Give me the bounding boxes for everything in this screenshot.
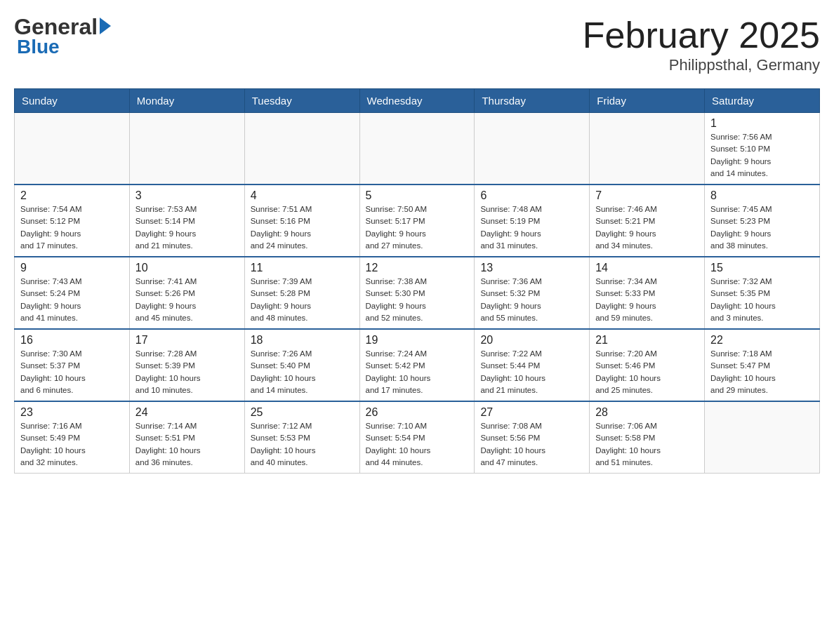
calendar-day-cell: 19Sunrise: 7:24 AM Sunset: 5:42 PM Dayli…	[359, 329, 475, 401]
calendar-day-cell: 5Sunrise: 7:50 AM Sunset: 5:17 PM Daylig…	[359, 185, 475, 257]
calendar-day-cell	[475, 113, 590, 185]
page-title: February 2025	[583, 14, 820, 56]
day-info: Sunrise: 7:50 AM Sunset: 5:17 PM Dayligh…	[366, 203, 469, 252]
calendar-day-cell: 22Sunrise: 7:18 AM Sunset: 5:47 PM Dayli…	[705, 329, 820, 401]
day-number: 1	[710, 117, 814, 130]
calendar-day-cell	[590, 113, 705, 185]
day-header-saturday: Saturday	[705, 89, 820, 113]
day-number: 23	[20, 406, 124, 419]
day-info: Sunrise: 7:16 AM Sunset: 5:49 PM Dayligh…	[20, 420, 124, 469]
day-info: Sunrise: 7:54 AM Sunset: 5:12 PM Dayligh…	[20, 203, 124, 252]
day-number: 12	[366, 262, 469, 274]
day-info: Sunrise: 7:46 AM Sunset: 5:21 PM Dayligh…	[595, 203, 699, 252]
day-number: 2	[20, 189, 124, 202]
day-number: 21	[595, 334, 699, 347]
calendar-week-row: 2Sunrise: 7:54 AM Sunset: 5:12 PM Daylig…	[15, 185, 820, 257]
day-info: Sunrise: 7:14 AM Sunset: 5:51 PM Dayligh…	[135, 420, 239, 469]
day-info: Sunrise: 7:36 AM Sunset: 5:32 PM Dayligh…	[480, 276, 583, 324]
day-info: Sunrise: 7:48 AM Sunset: 5:19 PM Dayligh…	[480, 203, 583, 252]
day-info: Sunrise: 7:26 AM Sunset: 5:40 PM Dayligh…	[251, 348, 354, 396]
day-info: Sunrise: 7:12 AM Sunset: 5:53 PM Dayligh…	[251, 420, 354, 469]
day-info: Sunrise: 7:45 AM Sunset: 5:23 PM Dayligh…	[710, 203, 814, 252]
day-number: 8	[710, 189, 814, 202]
day-number: 22	[710, 334, 814, 347]
calendar-day-cell: 18Sunrise: 7:26 AM Sunset: 5:40 PM Dayli…	[244, 329, 359, 401]
day-info: Sunrise: 7:30 AM Sunset: 5:37 PM Dayligh…	[20, 348, 124, 396]
calendar-week-row: 23Sunrise: 7:16 AM Sunset: 5:49 PM Dayli…	[15, 401, 820, 474]
calendar-day-cell: 10Sunrise: 7:41 AM Sunset: 5:26 PM Dayli…	[129, 257, 244, 329]
calendar-day-cell: 27Sunrise: 7:08 AM Sunset: 5:56 PM Dayli…	[475, 401, 590, 474]
day-info: Sunrise: 7:53 AM Sunset: 5:14 PM Dayligh…	[135, 203, 239, 252]
day-number: 9	[20, 262, 124, 274]
title-section: February 2025 Philippsthal, Germany	[583, 14, 820, 74]
day-number: 6	[480, 189, 583, 202]
calendar-day-cell: 6Sunrise: 7:48 AM Sunset: 5:19 PM Daylig…	[475, 185, 590, 257]
day-info: Sunrise: 7:34 AM Sunset: 5:33 PM Dayligh…	[595, 276, 699, 324]
calendar-day-cell: 24Sunrise: 7:14 AM Sunset: 5:51 PM Dayli…	[129, 401, 244, 474]
day-number: 10	[135, 262, 239, 274]
day-info: Sunrise: 7:43 AM Sunset: 5:24 PM Dayligh…	[20, 276, 124, 324]
day-number: 25	[251, 406, 354, 419]
day-number: 24	[135, 406, 239, 419]
day-info: Sunrise: 7:22 AM Sunset: 5:44 PM Dayligh…	[480, 348, 583, 396]
calendar-day-cell: 11Sunrise: 7:39 AM Sunset: 5:28 PM Dayli…	[244, 257, 359, 329]
day-number: 28	[595, 406, 699, 419]
day-info: Sunrise: 7:20 AM Sunset: 5:46 PM Dayligh…	[595, 348, 699, 396]
calendar-day-cell: 3Sunrise: 7:53 AM Sunset: 5:14 PM Daylig…	[129, 185, 244, 257]
calendar-day-cell: 25Sunrise: 7:12 AM Sunset: 5:53 PM Dayli…	[244, 401, 359, 474]
day-header-thursday: Thursday	[475, 89, 590, 113]
calendar-day-cell: 20Sunrise: 7:22 AM Sunset: 5:44 PM Dayli…	[475, 329, 590, 401]
day-header-sunday: Sunday	[15, 89, 130, 113]
day-header-friday: Friday	[590, 89, 705, 113]
day-number: 27	[480, 406, 583, 419]
day-info: Sunrise: 7:51 AM Sunset: 5:16 PM Dayligh…	[251, 203, 354, 252]
day-header-tuesday: Tuesday	[244, 89, 359, 113]
day-info: Sunrise: 7:39 AM Sunset: 5:28 PM Dayligh…	[251, 276, 354, 324]
day-info: Sunrise: 7:08 AM Sunset: 5:56 PM Dayligh…	[480, 420, 583, 469]
day-info: Sunrise: 7:06 AM Sunset: 5:58 PM Dayligh…	[595, 420, 699, 469]
day-number: 18	[251, 334, 354, 347]
calendar-table: SundayMondayTuesdayWednesdayThursdayFrid…	[14, 88, 820, 474]
calendar-day-cell: 16Sunrise: 7:30 AM Sunset: 5:37 PM Dayli…	[15, 329, 130, 401]
day-number: 11	[251, 262, 354, 274]
day-number: 19	[366, 334, 469, 347]
calendar-week-row: 9Sunrise: 7:43 AM Sunset: 5:24 PM Daylig…	[15, 257, 820, 329]
calendar-day-cell: 21Sunrise: 7:20 AM Sunset: 5:46 PM Dayli…	[590, 329, 705, 401]
calendar-day-cell: 15Sunrise: 7:32 AM Sunset: 5:35 PM Dayli…	[705, 257, 820, 329]
day-number: 3	[135, 189, 239, 202]
calendar-day-cell: 2Sunrise: 7:54 AM Sunset: 5:12 PM Daylig…	[15, 185, 130, 257]
calendar-day-cell: 12Sunrise: 7:38 AM Sunset: 5:30 PM Dayli…	[359, 257, 475, 329]
day-number: 16	[20, 334, 124, 347]
calendar-day-cell: 26Sunrise: 7:10 AM Sunset: 5:54 PM Dayli…	[359, 401, 475, 474]
calendar-day-cell	[359, 113, 475, 185]
day-number: 7	[595, 189, 699, 202]
calendar-week-row: 1Sunrise: 7:56 AM Sunset: 5:10 PM Daylig…	[15, 113, 820, 185]
calendar-day-cell	[15, 113, 130, 185]
calendar-week-row: 16Sunrise: 7:30 AM Sunset: 5:37 PM Dayli…	[15, 329, 820, 401]
logo: General Blue	[14, 14, 113, 58]
calendar-day-cell	[129, 113, 244, 185]
logo-blue-text: Blue	[17, 36, 60, 58]
day-info: Sunrise: 7:24 AM Sunset: 5:42 PM Dayligh…	[366, 348, 469, 396]
calendar-day-cell	[244, 113, 359, 185]
day-number: 5	[366, 189, 469, 202]
calendar-day-cell: 1Sunrise: 7:56 AM Sunset: 5:10 PM Daylig…	[705, 113, 820, 185]
calendar-day-cell: 13Sunrise: 7:36 AM Sunset: 5:32 PM Dayli…	[475, 257, 590, 329]
calendar-day-cell: 7Sunrise: 7:46 AM Sunset: 5:21 PM Daylig…	[590, 185, 705, 257]
day-header-monday: Monday	[129, 89, 244, 113]
day-number: 26	[366, 406, 469, 419]
day-info: Sunrise: 7:41 AM Sunset: 5:26 PM Dayligh…	[135, 276, 239, 324]
calendar-day-cell: 4Sunrise: 7:51 AM Sunset: 5:16 PM Daylig…	[244, 185, 359, 257]
day-info: Sunrise: 7:38 AM Sunset: 5:30 PM Dayligh…	[366, 276, 469, 324]
calendar-day-cell: 17Sunrise: 7:28 AM Sunset: 5:39 PM Dayli…	[129, 329, 244, 401]
day-number: 13	[480, 262, 583, 274]
day-number: 20	[480, 334, 583, 347]
page-header: General Blue February 2025 Philippsthal,…	[14, 14, 820, 74]
calendar-day-cell: 28Sunrise: 7:06 AM Sunset: 5:58 PM Dayli…	[590, 401, 705, 474]
calendar-day-cell: 14Sunrise: 7:34 AM Sunset: 5:33 PM Dayli…	[590, 257, 705, 329]
day-number: 17	[135, 334, 239, 347]
calendar-day-cell: 23Sunrise: 7:16 AM Sunset: 5:49 PM Dayli…	[15, 401, 130, 474]
page-subtitle: Philippsthal, Germany	[583, 56, 820, 74]
calendar-day-cell: 8Sunrise: 7:45 AM Sunset: 5:23 PM Daylig…	[705, 185, 820, 257]
day-header-wednesday: Wednesday	[359, 89, 475, 113]
